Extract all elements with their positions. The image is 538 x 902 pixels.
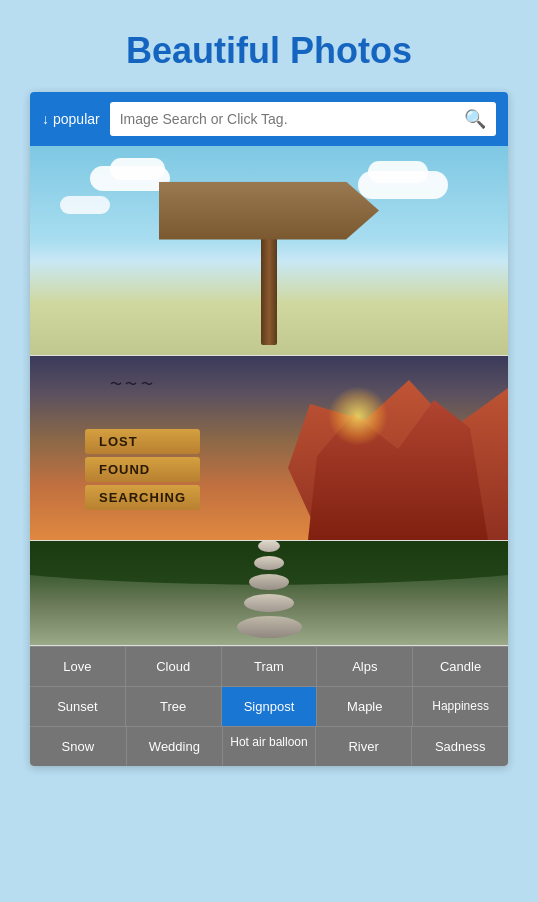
lfs-signs: LOST FOUND SEARCHING [85, 429, 200, 510]
tags-row-2: Sunset Tree Signpost Maple Happiness [30, 686, 508, 726]
search-bar: ↓ popular 🔍 [30, 92, 508, 146]
searching-sign: SEARCHING [85, 485, 200, 510]
popular-tag[interactable]: ↓ popular [42, 111, 100, 127]
tag-wedding[interactable]: Wedding [127, 727, 224, 766]
tag-happiness[interactable]: Happiness [413, 687, 508, 726]
tag-candle[interactable]: Candle [413, 647, 508, 686]
tag-cloud[interactable]: Cloud [126, 647, 222, 686]
tag-love[interactable]: Love [30, 647, 126, 686]
search-input-wrapper: 🔍 [110, 102, 496, 136]
images-section: LOST FOUND SEARCHING 〜 〜 〜 [30, 146, 508, 646]
main-container: ↓ popular 🔍 [30, 92, 508, 766]
image-signpost-sky[interactable] [30, 146, 508, 356]
tag-tram[interactable]: Tram [222, 647, 318, 686]
tag-sunset[interactable]: Sunset [30, 687, 126, 726]
page-title: Beautiful Photos [0, 30, 538, 72]
tag-signpost[interactable]: Signpost [222, 687, 318, 726]
tag-sadness[interactable]: Sadness [412, 727, 508, 766]
tag-alps[interactable]: Alps [317, 647, 413, 686]
image-lost-found[interactable]: LOST FOUND SEARCHING 〜 〜 〜 [30, 356, 508, 541]
tag-maple[interactable]: Maple [317, 687, 413, 726]
tags-section: Love Cloud Tram Alps Candle Sunset Tree … [30, 646, 508, 766]
image-stone-pile[interactable] [30, 541, 508, 646]
lost-sign: LOST [85, 429, 200, 454]
tags-row-3: Snow Wedding Hot air balloon River Sadne… [30, 726, 508, 766]
popular-label: popular [53, 111, 100, 127]
found-sign: FOUND [85, 457, 200, 482]
tag-snow[interactable]: Snow [30, 727, 127, 766]
tag-river[interactable]: River [316, 727, 413, 766]
sort-icon: ↓ [42, 111, 49, 127]
tags-row-1: Love Cloud Tram Alps Candle [30, 646, 508, 686]
stone-stack [235, 541, 304, 645]
tag-hot-air-balloon[interactable]: Hot air balloon [223, 727, 316, 766]
tag-tree[interactable]: Tree [126, 687, 222, 726]
search-input[interactable] [120, 111, 458, 127]
search-button[interactable]: 🔍 [464, 108, 486, 130]
